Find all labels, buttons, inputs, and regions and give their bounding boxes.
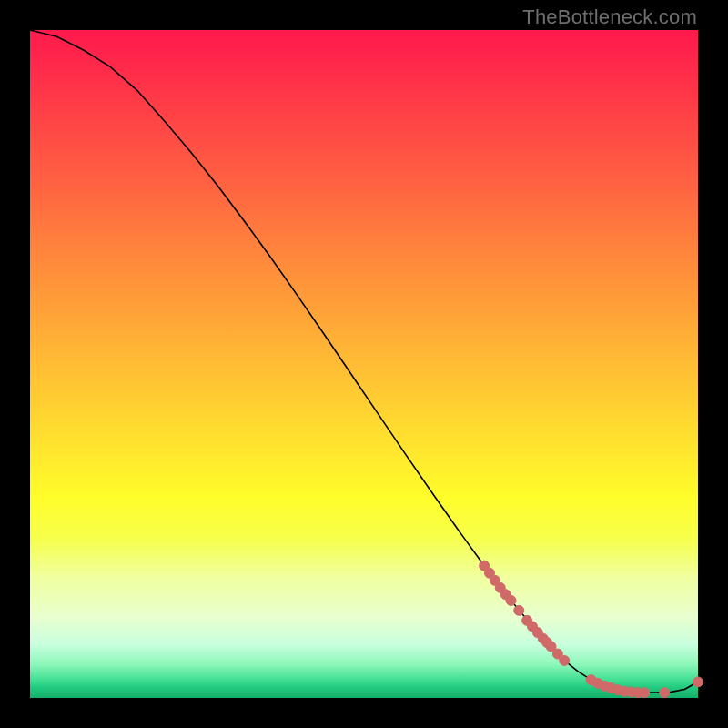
data-point <box>506 595 516 605</box>
data-point <box>660 688 670 698</box>
data-point <box>560 655 570 665</box>
watermark-text: TheBottleneck.com <box>522 5 697 29</box>
chart-overlay <box>30 30 698 698</box>
data-point <box>640 688 650 698</box>
data-point <box>514 605 524 615</box>
data-point <box>693 677 703 687</box>
chart-frame: TheBottleneck.com <box>0 0 728 728</box>
data-points <box>480 561 703 697</box>
plot-area <box>30 30 698 698</box>
bottleneck-curve <box>30 30 698 693</box>
